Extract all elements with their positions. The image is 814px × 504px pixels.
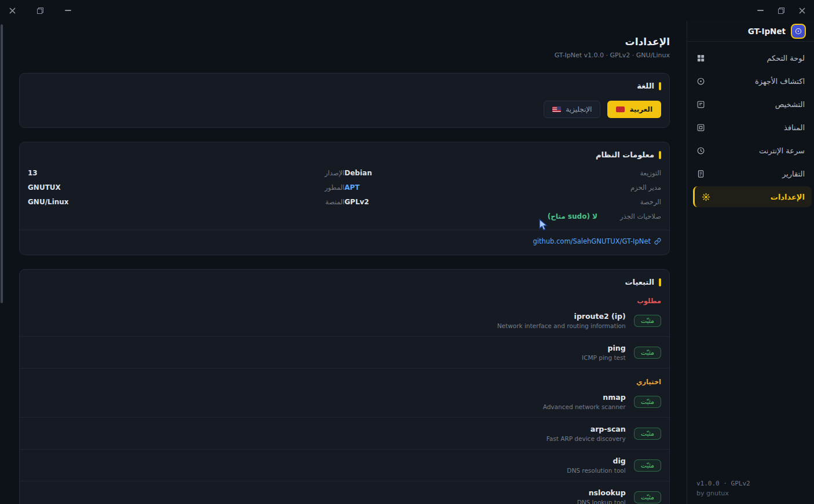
sidebar-item-label: التشخيص bbox=[775, 100, 805, 109]
sidebar-header: GT-IpNet bbox=[687, 21, 814, 42]
sidebar-item-diagnostics[interactable]: التشخيص bbox=[687, 93, 814, 116]
info-value-pkg-manager: APT bbox=[344, 183, 597, 192]
language-card: اللغة العربية الإنجليزية bbox=[19, 73, 670, 128]
window-controls-right bbox=[756, 6, 806, 14]
app-window: { "titlebar": {}, "sidebar": { "app_titl… bbox=[0, 0, 814, 504]
arabic-button-label: العربية bbox=[629, 105, 652, 113]
sidebar-item-label: لوحة التحكم bbox=[767, 54, 805, 62]
installed-badge: مثبّت bbox=[634, 459, 661, 472]
language-title-label: اللغة bbox=[637, 82, 654, 90]
dep-text: nslookup DNS lookup tool bbox=[577, 488, 626, 504]
restore-icon[interactable] bbox=[777, 6, 785, 14]
app-title: GT-IpNet bbox=[748, 27, 786, 36]
minimize-icon[interactable] bbox=[756, 6, 764, 14]
english-language-button[interactable]: الإنجليزية bbox=[544, 101, 600, 118]
info-value-root: لا (sudo متاح) bbox=[344, 212, 597, 220]
installed-badge: مثبّت bbox=[634, 396, 661, 408]
info-label-developer: المطور bbox=[281, 183, 344, 192]
sidebar-item-label: الإعدادات bbox=[771, 193, 805, 201]
dep-desc: Fast ARP device discovery bbox=[547, 435, 626, 442]
installed-badge: مثبّت bbox=[634, 491, 661, 503]
dep-row-nmap: مثبّت nmap Advanced network scanner bbox=[20, 386, 669, 418]
sidebar-item-label: التقارير bbox=[782, 170, 805, 178]
dep-row-arp-scan: مثبّت arp-scan Fast ARP device discovery bbox=[20, 418, 669, 450]
sidebar-item-ports[interactable]: المنافذ bbox=[687, 116, 814, 139]
arabic-language-button[interactable]: العربية bbox=[607, 101, 661, 118]
link-icon bbox=[654, 238, 661, 245]
usa-flag-icon bbox=[552, 106, 561, 112]
ports-icon bbox=[696, 123, 705, 132]
dep-text: ping ICMP ping test bbox=[582, 344, 626, 361]
section-accent-bar bbox=[659, 278, 661, 286]
info-label-pkg-manager: مدير الحزم bbox=[597, 183, 661, 192]
dep-name: arp-scan bbox=[547, 425, 626, 433]
info-value-platform: GNU/Linux bbox=[28, 198, 281, 206]
dependencies-title-label: التبعيات bbox=[625, 278, 654, 286]
app-body: الإعدادات GT-IpNet v1.0.0 · GPLv2 · GNU/… bbox=[0, 21, 814, 504]
dep-name: dig bbox=[567, 457, 625, 465]
sidebar-item-label: سرعة الإنترنت bbox=[759, 146, 805, 155]
dep-text: iproute2 (ip) Network interface and rout… bbox=[497, 312, 626, 329]
restore-icon[interactable] bbox=[36, 6, 44, 14]
close-icon[interactable] bbox=[798, 6, 806, 14]
system-info-title-label: معلومات النظام bbox=[596, 150, 654, 159]
info-value-developer: GNUTUX bbox=[28, 183, 281, 192]
sidebar-item-device-discovery[interactable]: اكتشاف الأجهزة bbox=[687, 69, 814, 93]
repo-link[interactable]: github.com/SalehGNUTUX/GT-IpNet bbox=[28, 237, 661, 245]
dep-desc: DNS lookup tool bbox=[577, 499, 626, 504]
dependencies-card: التبعيات مطلوب مثبّت iproute2 (ip) Netwo… bbox=[19, 269, 670, 504]
sidebar-item-dashboard[interactable]: لوحة التحكم bbox=[687, 46, 814, 69]
gear-icon bbox=[702, 193, 710, 201]
dep-desc: Advanced network scanner bbox=[543, 403, 626, 410]
dep-text: dig DNS resolution tool bbox=[567, 457, 625, 474]
dep-name: nmap bbox=[543, 393, 626, 402]
installed-badge: مثبّت bbox=[634, 315, 661, 327]
dep-desc: ICMP ping test bbox=[582, 354, 626, 361]
page-title: الإعدادات bbox=[19, 36, 670, 47]
info-value-license: GPLv2 bbox=[344, 198, 597, 206]
titlebar bbox=[0, 0, 814, 21]
dep-text: nmap Advanced network scanner bbox=[543, 393, 626, 410]
reports-icon bbox=[696, 170, 705, 178]
dep-row-nslookup: مثبّت nslookup DNS lookup tool bbox=[28, 481, 661, 504]
system-info-card: معلومات النظام التوزيعة Debian الإصدار 1… bbox=[19, 142, 670, 255]
info-label-version: الإصدار bbox=[281, 169, 344, 177]
info-value-version: 13 bbox=[28, 169, 281, 177]
info-label-platform: المنصة bbox=[281, 198, 344, 206]
vertical-scrollbar[interactable] bbox=[1, 24, 3, 303]
morocco-flag-icon bbox=[616, 106, 625, 112]
clock-icon bbox=[696, 146, 705, 155]
optional-heading: اختياري bbox=[28, 378, 661, 386]
sidebar-item-reports[interactable]: التقارير bbox=[687, 162, 814, 185]
installed-badge: مثبّت bbox=[634, 428, 661, 440]
dep-name: ping bbox=[582, 344, 626, 352]
sidebar-item-label: اكتشاف الأجهزة bbox=[755, 77, 805, 86]
info-label-license: الرخصة bbox=[597, 198, 661, 206]
diagnostics-icon bbox=[696, 100, 705, 109]
page-subtitle: GT-IpNet v1.0.0 · GPLv2 · GNU/Linux bbox=[19, 51, 670, 59]
sidebar-item-settings[interactable]: الإعدادات bbox=[693, 186, 812, 207]
info-value-distro: Debian bbox=[344, 169, 597, 177]
close-icon[interactable] bbox=[8, 6, 16, 14]
sidebar-nav: لوحة التحكم اكتشاف الأجهزة التشخيص bbox=[687, 42, 814, 207]
sidebar: GT-IpNet لوحة التحكم اكتشاف الأجهزة bbox=[687, 21, 814, 504]
dep-name: nslookup bbox=[577, 488, 626, 497]
sidebar-item-internet-speed[interactable]: سرعة الإنترنت bbox=[687, 139, 814, 162]
footer-version: v1.0.0 · GPLv2 bbox=[696, 480, 805, 487]
minimize-icon[interactable] bbox=[64, 6, 72, 14]
app-logo-icon bbox=[791, 24, 806, 39]
dependencies-section-title: التبعيات bbox=[28, 278, 661, 286]
dep-text: arp-scan Fast ARP device discovery bbox=[547, 425, 626, 442]
repo-link-label: github.com/SalehGNUTUX/GT-IpNet bbox=[533, 237, 651, 245]
footer-byline: by gnutux bbox=[696, 490, 805, 497]
section-accent-bar bbox=[659, 151, 661, 159]
section-accent-bar bbox=[659, 82, 661, 90]
dep-row-dig: مثبّت dig DNS resolution tool bbox=[20, 450, 669, 481]
sidebar-footer: v1.0.0 · GPLv2 by gnutux bbox=[687, 480, 814, 497]
english-button-label: الإنجليزية bbox=[566, 105, 592, 113]
card-divider bbox=[20, 230, 669, 230]
info-label-root: صلاحيات الجذر bbox=[597, 212, 661, 220]
installed-badge: مثبّت bbox=[634, 347, 661, 359]
language-section-title: اللغة bbox=[28, 82, 661, 90]
system-info-grid: التوزيعة Debian الإصدار 13 مدير الحزم AP… bbox=[28, 169, 661, 220]
